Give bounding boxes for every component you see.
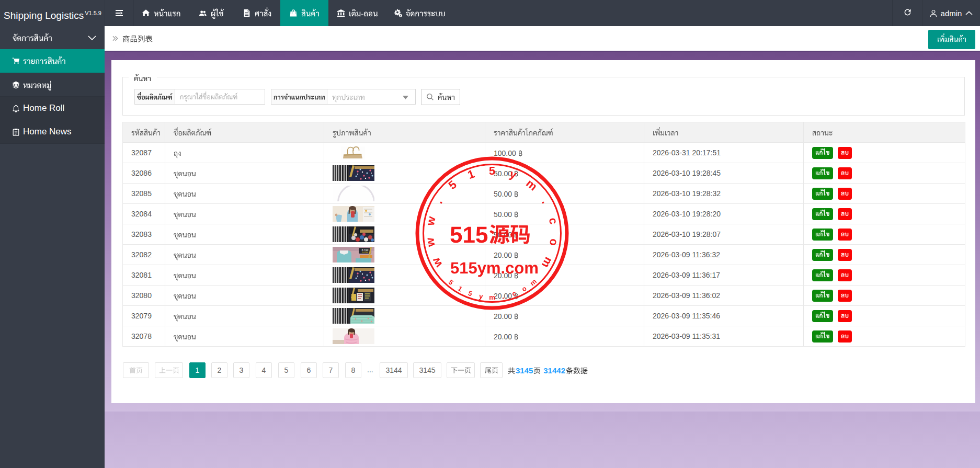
svg-text:5.0790: 5.0790 bbox=[362, 252, 368, 254]
svg-text:8.7/10: 8.7/10 bbox=[362, 249, 369, 252]
